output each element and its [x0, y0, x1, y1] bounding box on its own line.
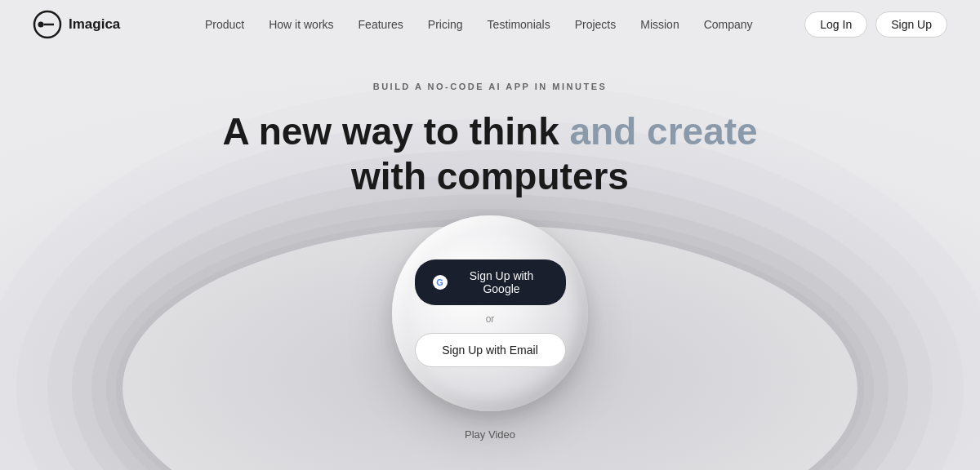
hero-section: BUILD A NO-CODE AI APP IN MINUTES A new … [0, 49, 980, 419]
sphere: G Sign Up with Google or Sign Up with Em… [392, 215, 588, 411]
nav-item-company[interactable]: Company [694, 13, 763, 36]
navbar: Imagica Product How it works Features Pr… [0, 0, 980, 49]
signup-email-label: Sign Up with Email [442, 344, 538, 357]
signup-google-label: Sign Up with Google [456, 269, 548, 295]
hero-title-start: A new way to think [222, 110, 559, 153]
signup-nav-button[interactable]: Sign Up [875, 11, 947, 38]
google-icon: G [433, 275, 448, 290]
nav-item-product[interactable]: Product [195, 13, 254, 36]
hero-tagline: BUILD A NO-CODE AI APP IN MINUTES [373, 82, 608, 91]
play-video-button[interactable]: Play Video [465, 428, 515, 441]
nav-links: Product How it works Features Pricing Te… [153, 13, 804, 36]
signup-google-button[interactable]: G Sign Up with Google [415, 259, 566, 305]
nav-item-features[interactable]: Features [349, 13, 413, 36]
logo-icon [33, 10, 62, 39]
nav-actions: Log In Sign Up [804, 11, 947, 38]
nav-item-mission[interactable]: Mission [630, 13, 688, 36]
hero-title-end: with computers [351, 155, 629, 197]
nav-item-how-it-works[interactable]: How it works [259, 13, 343, 36]
logo[interactable]: Imagica [33, 10, 120, 39]
nav-item-testimonials[interactable]: Testimonials [478, 13, 560, 36]
signup-email-button[interactable]: Sign Up with Email [415, 333, 566, 367]
hero-title-highlight: and create [570, 110, 758, 153]
divider-text: or [486, 313, 495, 325]
sphere-container: G Sign Up with Google or Sign Up with Em… [384, 207, 596, 419]
hero-title: A new way to think and create with compu… [222, 109, 757, 199]
brand-name: Imagica [69, 16, 120, 33]
svg-point-1 [38, 22, 44, 28]
nav-item-pricing[interactable]: Pricing [418, 13, 473, 36]
login-button[interactable]: Log In [804, 11, 867, 38]
nav-item-projects[interactable]: Projects [565, 13, 626, 36]
